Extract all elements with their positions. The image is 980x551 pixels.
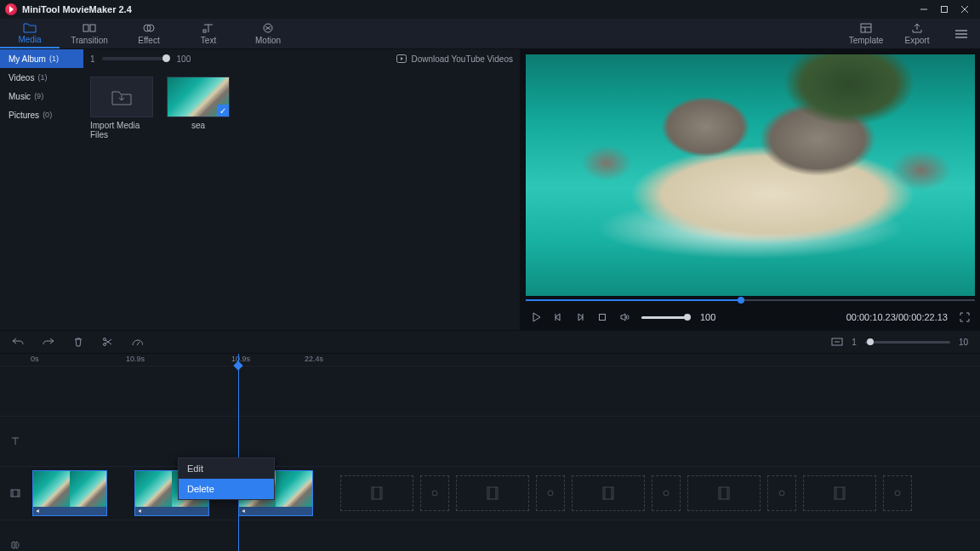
transition-placeholder[interactable] <box>420 475 449 511</box>
prev-frame-icon <box>553 312 563 322</box>
timeline-clip[interactable] <box>32 470 107 516</box>
sidebar-item-music[interactable]: Music(9) <box>0 87 83 105</box>
thumb-zoom-min: 1 <box>90 54 95 64</box>
volume-slider[interactable] <box>641 316 688 319</box>
svg-rect-4 <box>83 25 88 31</box>
download-youtube-button[interactable]: Download YouTube Videos <box>396 54 513 64</box>
preview-panel: 100 00:00:10.23/00:00:22.13 <box>521 49 980 330</box>
export-icon <box>910 22 924 34</box>
export-button[interactable]: Export <box>892 19 943 48</box>
speed-button[interactable] <box>131 337 143 347</box>
app-title: MiniTool MovieMaker 2.4 <box>22 4 132 14</box>
volume-button[interactable] <box>619 312 630 322</box>
ruler-mark: 10.9s <box>126 355 145 363</box>
clip-context-menu: Edit Delete <box>178 457 275 500</box>
clip-placeholder[interactable] <box>803 475 876 511</box>
library-sidebar: My Album(1) Videos(1) Music(9) Pictures(… <box>0 49 83 330</box>
sidebar-item-videos[interactable]: Videos(1) <box>0 68 83 87</box>
film-icon <box>716 486 732 501</box>
youtube-icon <box>396 54 407 63</box>
fullscreen-button[interactable] <box>960 312 970 322</box>
redo-button[interactable] <box>43 337 54 347</box>
svg-rect-10 <box>861 24 871 32</box>
app-logo-icon <box>5 3 17 15</box>
gauge-icon <box>131 337 143 347</box>
transition-placeholder[interactable] <box>883 475 912 511</box>
fit-button[interactable] <box>831 338 843 346</box>
tab-effect[interactable]: Effect <box>119 19 179 48</box>
film-icon <box>832 486 847 501</box>
transition-placeholder[interactable] <box>652 475 681 511</box>
undo-icon <box>12 337 24 347</box>
timeline: 0s10.9s10.9s22.4s <box>0 354 980 551</box>
timeline-zoom-slider[interactable] <box>865 341 950 344</box>
stop-button[interactable] <box>597 312 607 322</box>
media-item-sea[interactable]: ✓ sea <box>167 77 230 130</box>
import-media-button[interactable]: Import Media Files <box>90 77 153 139</box>
ruler-mark: 10.9s <box>231 355 250 363</box>
delete-button[interactable] <box>73 337 83 347</box>
tab-transition-label: Transition <box>71 36 108 45</box>
hamburger-icon <box>954 29 968 39</box>
check-icon: ✓ <box>217 105 229 116</box>
sidebar-item-myalbum[interactable]: My Album(1) <box>0 49 83 68</box>
redo-icon <box>43 337 54 347</box>
trash-icon <box>73 337 83 347</box>
timeline-ruler[interactable]: 0s10.9s10.9s22.4s <box>0 354 980 366</box>
tab-text[interactable]: Text <box>179 19 238 48</box>
link-icon <box>429 487 441 499</box>
timecode: 00:00:10.23/00:00:22.13 <box>846 312 948 322</box>
video-track-icon <box>9 487 21 499</box>
clip-placeholder[interactable] <box>340 475 413 511</box>
ctx-edit[interactable]: Edit <box>179 458 274 479</box>
tab-effect-label: Effect <box>138 36 159 45</box>
transition-placeholder[interactable] <box>536 475 565 511</box>
undo-button[interactable] <box>12 337 24 347</box>
preview-viewport[interactable] <box>526 54 975 296</box>
export-label: Export <box>905 36 930 45</box>
stop-icon <box>597 312 607 322</box>
speaker-icon <box>138 508 145 514</box>
prev-frame-button[interactable] <box>553 312 563 322</box>
close-button[interactable] <box>954 0 975 19</box>
clip-placeholder[interactable] <box>572 475 645 511</box>
next-frame-button[interactable] <box>575 312 585 322</box>
text-icon <box>202 22 215 34</box>
ctx-delete[interactable]: Delete <box>179 479 274 499</box>
transition-placeholder[interactable] <box>767 475 796 511</box>
link-icon <box>776 487 788 499</box>
track-audio[interactable] <box>0 520 980 551</box>
timeline-zoom-min: 1 <box>852 338 857 347</box>
speaker-icon <box>242 508 248 514</box>
fit-icon <box>831 338 843 346</box>
preview-seekbar[interactable] <box>526 296 975 304</box>
clip-placeholder[interactable] <box>456 475 529 511</box>
split-button[interactable] <box>102 337 112 347</box>
motion-icon <box>261 22 275 34</box>
template-icon <box>859 22 873 34</box>
timeline-toolbar: 1 10 <box>0 330 980 354</box>
sidebar-item-pictures[interactable]: Pictures(0) <box>0 105 83 124</box>
film-icon <box>369 486 385 501</box>
tab-transition[interactable]: Transition <box>60 19 119 48</box>
track-text[interactable] <box>0 416 980 466</box>
maximize-button[interactable] <box>934 0 954 19</box>
track-video[interactable] <box>0 466 980 520</box>
library-toolbar: 1 100 Download YouTube Videos <box>83 49 520 68</box>
menu-button[interactable] <box>943 19 980 48</box>
volume-value: 100 <box>700 312 715 322</box>
tab-media[interactable]: Media <box>0 19 60 48</box>
play-button[interactable] <box>531 312 541 322</box>
folder-download-icon <box>111 88 133 106</box>
clip-placeholder[interactable] <box>687 475 761 511</box>
tab-motion[interactable]: Motion <box>238 19 298 48</box>
link-icon <box>892 487 903 499</box>
effect-icon <box>142 22 156 34</box>
link-icon <box>660 487 672 499</box>
template-button[interactable]: Template <box>840 19 892 48</box>
thumb-zoom-slider[interactable] <box>102 57 170 60</box>
playhead[interactable] <box>238 354 239 551</box>
minimize-button[interactable] <box>914 0 934 19</box>
audio-track-icon <box>9 539 21 551</box>
link-icon <box>544 487 556 499</box>
